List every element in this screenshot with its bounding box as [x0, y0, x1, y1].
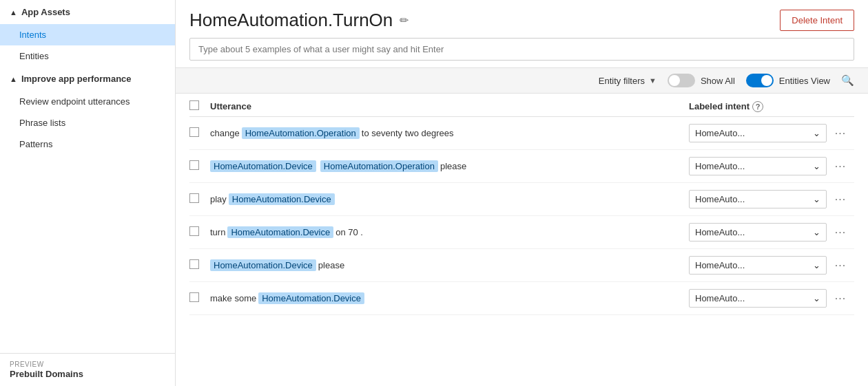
utterance-cell: HomeAutomation.Device HomeAutomation.Ope…	[210, 160, 689, 172]
search-icon[interactable]: 🔍	[841, 74, 854, 87]
labeled-intent-column-header: Labeled intent ?	[689, 101, 827, 112]
utterance-text: play	[210, 194, 227, 204]
delete-intent-button[interactable]: Delete Intent	[780, 10, 854, 31]
entity-tag[interactable]: HomeAutomation.Device	[229, 193, 335, 205]
sidebar-bottom: PREVIEW Prebuilt Domains	[0, 353, 175, 386]
row-checkbox[interactable]	[189, 259, 199, 269]
table-row: make some HomeAutomation.DeviceHomeAuto.…	[189, 282, 854, 315]
help-icon[interactable]: ?	[752, 101, 763, 112]
more-options-button[interactable]: ···	[835, 226, 846, 239]
sidebar-section-improve[interactable]: ▲ Improve app performance	[0, 67, 175, 91]
show-all-label: Show All	[701, 76, 735, 86]
utterance-cell: change HomeAutomation.Operation to seven…	[210, 127, 689, 139]
utterance-text: please	[318, 260, 344, 270]
more-options-button[interactable]: ···	[835, 292, 846, 305]
sidebar-item-phrase-lists[interactable]: Phrase lists	[0, 112, 175, 133]
utterance-cell: HomeAutomation.Device please	[210, 259, 689, 271]
intent-selector[interactable]: HomeAuto...⌄	[689, 157, 827, 175]
labeled-intent-cell: HomeAuto...⌄	[689, 289, 827, 308]
row-actions-cell: ···	[827, 193, 854, 206]
chevron-icon: ▲	[10, 8, 17, 17]
header-checkbox[interactable]	[189, 100, 199, 110]
entity-tag[interactable]: HomeAutomation.Device	[258, 292, 364, 304]
chevron-down-icon: ▼	[649, 76, 657, 85]
row-checkbox-col	[189, 193, 210, 205]
row-checkbox-col	[189, 160, 210, 172]
table-row: change HomeAutomation.Operation to seven…	[189, 117, 854, 150]
utterance-text: on 70 .	[335, 227, 363, 237]
sidebar-item-review[interactable]: Review endpoint utterances	[0, 91, 175, 112]
domain-label: Prebuilt Domains	[10, 369, 83, 379]
labeled-intent-cell: HomeAuto...⌄	[689, 157, 827, 175]
entities-view-toggle-wrap: Entities View	[746, 74, 830, 87]
more-options-button[interactable]: ···	[835, 193, 846, 206]
sidebar-item-patterns[interactable]: Patterns	[0, 133, 175, 155]
labeled-intent-cell: HomeAuto...⌄	[689, 256, 827, 275]
chevron-down-icon: ⌄	[813, 260, 820, 270]
show-all-toggle-wrap: Show All	[668, 74, 735, 87]
row-actions-cell: ···	[827, 226, 854, 239]
show-all-toggle[interactable]	[668, 74, 695, 87]
table-body: change HomeAutomation.Operation to seven…	[189, 117, 854, 315]
entity-tag[interactable]: HomeAutomation.Operation	[320, 160, 438, 172]
more-options-button[interactable]: ···	[835, 127, 846, 140]
intent-selector[interactable]: HomeAuto...⌄	[689, 124, 827, 142]
sidebar-section-label: App Assets	[21, 7, 70, 17]
utterance-text: to seventy two degrees	[362, 128, 454, 138]
row-checkbox-col	[189, 292, 210, 304]
intent-selector[interactable]: HomeAuto...⌄	[689, 223, 827, 242]
entities-view-toggle[interactable]	[746, 74, 774, 87]
intent-selector[interactable]: HomeAuto...⌄	[689, 256, 827, 275]
intent-label: HomeAuto...	[695, 128, 745, 138]
utterance-cell: make some HomeAutomation.Device	[210, 292, 689, 304]
utterance-search-bar[interactable]	[189, 38, 854, 61]
sidebar-item-entities[interactable]: Entities	[0, 45, 175, 67]
entities-view-label: Entities View	[779, 76, 830, 86]
intent-title-text: HomeAutomation.TurnOn	[189, 10, 393, 31]
chevron-down-icon: ⌄	[813, 128, 820, 138]
row-actions-cell: ···	[827, 160, 854, 173]
main-content: HomeAutomation.TurnOn ✏ Delete Intent En…	[176, 0, 868, 386]
labeled-intent-cell: HomeAuto...⌄	[689, 190, 827, 208]
utterance-text: change	[210, 128, 240, 138]
row-actions-cell: ···	[827, 259, 854, 272]
sidebar: ▲ App Assets Intents Entities ▲ Improve …	[0, 0, 176, 386]
utterance-text: turn	[210, 227, 225, 237]
toolbar: Entity filters ▼ Show All Entities View …	[176, 67, 868, 94]
entity-filters-button[interactable]: Entity filters ▼	[599, 76, 657, 86]
chevron-down-icon: ⌄	[813, 293, 820, 303]
chevron-down-icon: ⌄	[813, 161, 820, 171]
row-checkbox[interactable]	[189, 292, 199, 302]
intent-label: HomeAuto...	[695, 161, 745, 171]
intent-selector[interactable]: HomeAuto...⌄	[689, 289, 827, 308]
utterances-table: Utterance Labeled intent ? change HomeAu…	[176, 94, 868, 386]
row-checkbox[interactable]	[189, 226, 199, 236]
more-options-button[interactable]: ···	[835, 160, 846, 173]
utterance-input[interactable]	[198, 44, 845, 54]
labeled-intent-cell: HomeAuto...⌄	[689, 124, 827, 142]
chevron-down-icon: ⌄	[813, 227, 820, 237]
row-checkbox[interactable]	[189, 127, 199, 137]
sidebar-item-intents[interactable]: Intents	[0, 24, 175, 45]
more-options-button[interactable]: ···	[835, 259, 846, 272]
sidebar-section-label: Improve app performance	[21, 74, 132, 84]
chevron-icon: ▲	[10, 75, 17, 83]
main-header: HomeAutomation.TurnOn ✏ Delete Intent	[176, 0, 868, 38]
sidebar-section-app-assets[interactable]: ▲ App Assets	[0, 0, 175, 24]
row-checkbox[interactable]	[189, 193, 199, 203]
entity-tag[interactable]: HomeAutomation.Device	[227, 226, 333, 238]
row-checkbox[interactable]	[189, 160, 199, 170]
table-row: turn HomeAutomation.Device on 70 .HomeAu…	[189, 216, 854, 249]
table-row: HomeAutomation.Device pleaseHomeAuto...⌄…	[189, 249, 854, 282]
entity-tag[interactable]: HomeAutomation.Device	[210, 259, 316, 271]
intent-selector[interactable]: HomeAuto...⌄	[689, 190, 827, 208]
intent-label: HomeAuto...	[695, 227, 745, 237]
utterance-text: make some	[210, 293, 256, 303]
page-title: HomeAutomation.TurnOn ✏	[189, 10, 409, 31]
utterance-text: please	[440, 161, 466, 171]
edit-icon[interactable]: ✏	[400, 14, 409, 27]
table-row: HomeAutomation.Device HomeAutomation.Ope…	[189, 150, 854, 183]
entity-tag[interactable]: HomeAutomation.Operation	[242, 127, 360, 139]
entity-tag[interactable]: HomeAutomation.Device	[210, 160, 316, 172]
row-checkbox-col	[189, 259, 210, 271]
